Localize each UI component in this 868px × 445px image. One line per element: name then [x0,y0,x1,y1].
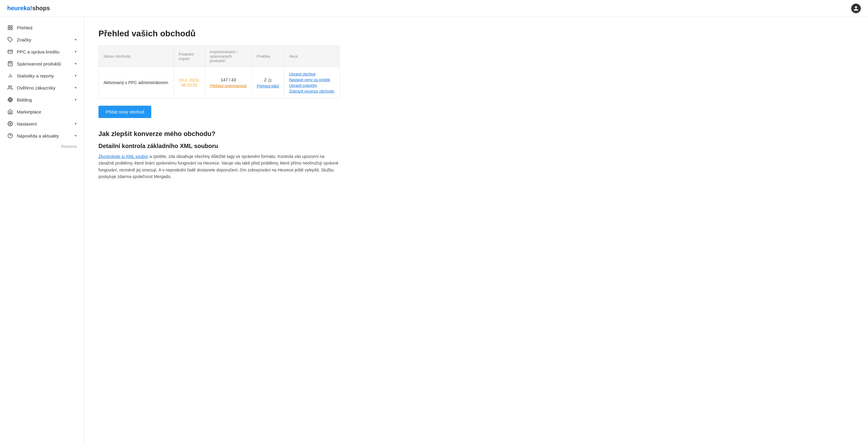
table-row: Aktivovaný v PPC administrátorem 19.4. 2… [99,67,340,98]
col-importovanych: Importovaných /spárovanýchproduktů [205,46,252,67]
chart-icon [7,73,13,79]
sidebar-label-overeno: Ověřeno zákazníky [17,85,55,90]
cell-nazev: Aktivovaný v PPC administrátorem [99,67,174,98]
logo-shops: shops [32,5,50,11]
import-date: 19.4. 2024,08:10:52 [179,78,200,87]
info-icon[interactable]: i [268,78,272,83]
chevron-down-icon: ▾ [75,50,76,54]
sidebar-item-prehled[interactable]: Přehled [0,22,84,34]
sidebar: Přehled Značky ▾ PPC a správa kreditu ▾ [0,17,84,445]
marketplace-icon [7,109,13,115]
bid-icon [7,97,13,103]
prokliky-count: 2 [264,77,267,82]
improve-title: Jak zlepšit konverze mého obchodu? [98,130,340,138]
cell-sparovanost: 147 / 43 Přehled spárovanosti [205,67,252,98]
help-icon [7,133,13,139]
main-content: Přehled vašich obchodů Název obchodu Pos… [84,17,354,445]
xml-link[interactable]: Zkontrolujte si XML soubor [98,154,148,159]
sidebar-item-nastaveni[interactable]: Nastavení ▾ [0,118,84,130]
logo-heureka: heureka! [7,5,32,11]
reklama-label: Reklama [0,142,84,151]
shop-name: Aktivovaný v PPC administrátorem [103,80,168,85]
add-shop-button[interactable]: Přidat nový obchod [98,106,151,118]
user-avatar[interactable] [851,4,861,13]
sidebar-label-prehled: Přehled [17,25,32,30]
svg-rect-2 [8,28,10,30]
svg-rect-3 [11,28,12,30]
chevron-down-icon: ▾ [75,86,76,90]
svg-rect-5 [8,50,12,54]
settings-icon [7,121,13,127]
sidebar-item-znacky[interactable]: Značky ▾ [0,34,84,46]
sidebar-item-bidding[interactable]: Bidding ▾ [0,94,84,106]
table-body: Aktivovaný v PPC administrátorem 19.4. 2… [99,67,340,98]
header: heureka!shops [0,0,868,17]
xml-title: Detailní kontrola základního XML souboru [98,143,340,150]
col-import: Posledníimport [174,46,205,67]
prehled-sparovanosti-link[interactable]: Přehled spárovanosti [210,84,247,88]
table-header: Název obchodu Posledníimport Importovaný… [99,46,340,67]
shops-table: Název obchodu Posledníimport Importovaný… [98,46,340,98]
upravit-obchod-link[interactable]: Upravit obchod [289,72,335,76]
sidebar-item-ppc[interactable]: PPC a správa kreditu ▾ [0,46,84,58]
verified-icon [7,85,13,91]
col-akce: Akce [284,46,340,67]
logo[interactable]: heureka!shops [7,5,50,12]
page-title: Přehled vašich obchodů [98,29,340,38]
cell-import: 19.4. 2024,08:10:52 [174,67,205,98]
import-count: 147 / 43 [210,78,247,82]
svg-point-12 [10,123,11,125]
upravit-pobocky-link[interactable]: Upravit pobočky [289,83,335,88]
sidebar-item-marketplace[interactable]: Marketplace [0,106,84,118]
nastavit-ceny-link[interactable]: Nastavit ceny za proklik [289,78,335,82]
sidebar-item-napoveda[interactable]: Nápověda a aktuality ▾ [0,130,84,142]
layout: Přehled Značky ▾ PPC a správa kreditu ▾ [0,17,868,445]
sidebar-label-nastaveni: Nastavení [17,121,37,126]
svg-point-11 [9,86,10,87]
sidebar-item-overeno[interactable]: Ověřeno zákazníky ▾ [0,82,84,94]
sidebar-label-sparovanost: Spárovanost produktů [17,61,61,66]
sidebar-label-marketplace: Marketplace [17,109,41,114]
sidebar-item-statistiky[interactable]: Statistiky a reporty ▾ [0,70,84,82]
chevron-down-icon: ▾ [75,97,76,102]
svg-rect-0 [8,26,10,27]
chevron-down-icon: ▾ [75,37,76,42]
sidebar-label-statistiky: Statistiky a reporty [17,73,54,78]
xml-description: Zkontrolujte si XML soubor a zjistěte, z… [98,153,340,180]
sidebar-item-sparovanost[interactable]: Spárovanost produktů ▾ [0,58,84,70]
tag-icon [7,37,13,42]
chevron-down-icon: ▾ [75,73,76,78]
col-prokliky: Prokliky [252,46,284,67]
cell-prokliky: 2 i Přehled kliků [252,67,284,98]
prehled-kliku-link[interactable]: Přehled kliků [257,84,279,88]
col-nazev: Název obchodu [99,46,174,67]
sidebar-label-napoveda: Nápověda a aktuality [17,133,59,139]
sidebar-label-znacky: Značky [17,37,31,42]
credit-icon [7,49,13,55]
cell-akce: Upravit obchod Nastavit ceny za proklik … [284,67,340,98]
sidebar-label-ppc: PPC a správa kreditu [17,49,59,54]
grid-icon [7,25,13,31]
chevron-down-icon: ▾ [75,134,76,138]
chevron-down-icon: ▾ [75,122,76,126]
sidebar-label-bidding: Bidding [17,97,32,102]
zobrazit-recenze-link[interactable]: Zobrazit recenze obchodu [289,89,335,93]
svg-rect-1 [11,26,12,27]
products-icon [7,61,13,67]
chevron-down-icon: ▾ [75,62,76,66]
